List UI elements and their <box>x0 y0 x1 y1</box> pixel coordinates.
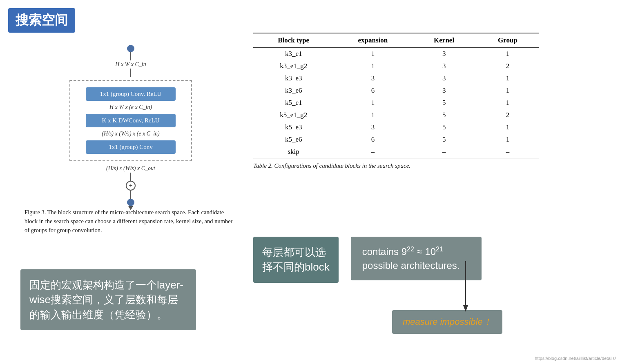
table-cell: – <box>412 146 476 158</box>
diagram-area: H x W x C_in 1x1 (group) Conv, ReLU H x … <box>25 37 237 210</box>
label-mid: H x W x (e x C_in) <box>109 104 152 111</box>
table-row: skip––– <box>253 146 539 158</box>
col-expansion: expansion <box>334 33 412 48</box>
table-cell: – <box>476 146 539 158</box>
table-cell: k5_e6 <box>253 133 334 146</box>
sup-21: 21 <box>436 246 443 253</box>
per-layer-box: 每层都可以选择不同的block <box>253 237 339 283</box>
table-row: k5_e3351 <box>253 121 539 133</box>
table-cell: 1 <box>476 121 539 133</box>
table-row: k5_e1_g2152 <box>253 109 539 121</box>
table-cell: 1 <box>334 109 412 121</box>
label-bot: (H/s) x (W/s) x (e x C_in) <box>102 131 160 137</box>
bottom-right-area: 每层都可以选择不同的block contains 922 ≈ 1021possi… <box>253 237 588 283</box>
table-cell: 1 <box>476 97 539 109</box>
table-cell: 5 <box>412 97 476 109</box>
table-area: Block type expansion Kernel Group k3_e11… <box>253 33 539 169</box>
table-cell: 5 <box>412 109 476 121</box>
table-row: k5_e6651 <box>253 133 539 146</box>
connector-4 <box>130 191 131 199</box>
table-header-row: Block type expansion Kernel Group <box>253 33 539 48</box>
table-caption: Table 2. Configurations of candidate blo… <box>253 162 539 169</box>
per-layer-text: 每层都可以选择不同的block <box>262 246 330 273</box>
table-row: k3_e6631 <box>253 84 539 97</box>
col-group: Group <box>476 33 539 48</box>
sup-22: 22 <box>407 246 414 253</box>
table-cell: k3_e1 <box>253 48 334 60</box>
table-cell: k5_e3 <box>253 121 334 133</box>
bottom-dot <box>127 199 134 206</box>
arrow-contains-to-measure <box>433 261 515 318</box>
table-cell: 1 <box>476 133 539 146</box>
table-cell: k3_e6 <box>253 84 334 97</box>
bottom-left-annotation: 固定的宏观架构构造了一个layer-wise搜索空间，义了层数和每层的输入输出维… <box>20 269 196 330</box>
table-cell: 2 <box>476 60 539 72</box>
connector-1 <box>130 52 131 60</box>
table-cell: 1 <box>334 97 412 109</box>
table-cell: 3 <box>412 48 476 60</box>
table-cell: 5 <box>412 133 476 146</box>
page-title: 搜索空间 <box>8 8 75 33</box>
table-cell: 3 <box>412 60 476 72</box>
block-2-dwconv: K x K DWConv, ReLU <box>86 114 176 127</box>
table-cell: 1 <box>476 48 539 60</box>
table-cell: 1 <box>476 84 539 97</box>
block-diagram: H x W x C_in 1x1 (group) Conv, ReLU H x … <box>25 45 237 210</box>
table-row: k3_e1131 <box>253 48 539 60</box>
block-1-conv: 1x1 (group) Conv, ReLU <box>86 87 176 101</box>
table-cell: skip <box>253 146 334 158</box>
table-cell: 1 <box>334 48 412 60</box>
col-block-type: Block type <box>253 33 334 48</box>
plus-icon: + <box>129 182 132 189</box>
table-cell: k3_e1_g2 <box>253 60 334 72</box>
label-out: (H/s) x (W/s) x C_out <box>106 165 155 172</box>
table-cell: 3 <box>334 121 412 133</box>
table-cell: 6 <box>334 84 412 97</box>
block-type-table: Block type expansion Kernel Group k3_e11… <box>253 33 539 158</box>
table-cell: 2 <box>476 109 539 121</box>
table-cell: 1 <box>334 60 412 72</box>
plus-circle: + <box>126 181 136 191</box>
block-3-conv: 1x1 (group) Conv <box>86 140 176 154</box>
table-cell: 5 <box>412 121 476 133</box>
dashed-block-container: 1x1 (group) Conv, ReLU H x W x (e x C_in… <box>69 80 192 161</box>
table-cell: k5_e1 <box>253 97 334 109</box>
top-dot <box>127 45 134 52</box>
table-row: k3_e3331 <box>253 72 539 84</box>
label-hxwxcin: H x W x C_in <box>115 61 146 68</box>
url-watermark: https://blog.csdn.net/ailllist/article/d… <box>535 356 616 361</box>
figure-caption: Figure 3. The block structure of the mic… <box>25 208 233 235</box>
connector-2 <box>130 69 131 77</box>
table-row: k3_e1_g2132 <box>253 60 539 72</box>
table-cell: 3 <box>334 72 412 84</box>
table-cell: 3 <box>412 84 476 97</box>
table-cell: – <box>334 146 412 158</box>
table-row: k5_e1151 <box>253 97 539 109</box>
table-cell: 6 <box>334 133 412 146</box>
col-kernel: Kernel <box>412 33 476 48</box>
table-cell: 1 <box>476 72 539 84</box>
connector-3 <box>130 173 131 181</box>
table-cell: k3_e3 <box>253 72 334 84</box>
table-cell: k5_e1_g2 <box>253 109 334 121</box>
table-cell: 3 <box>412 72 476 84</box>
